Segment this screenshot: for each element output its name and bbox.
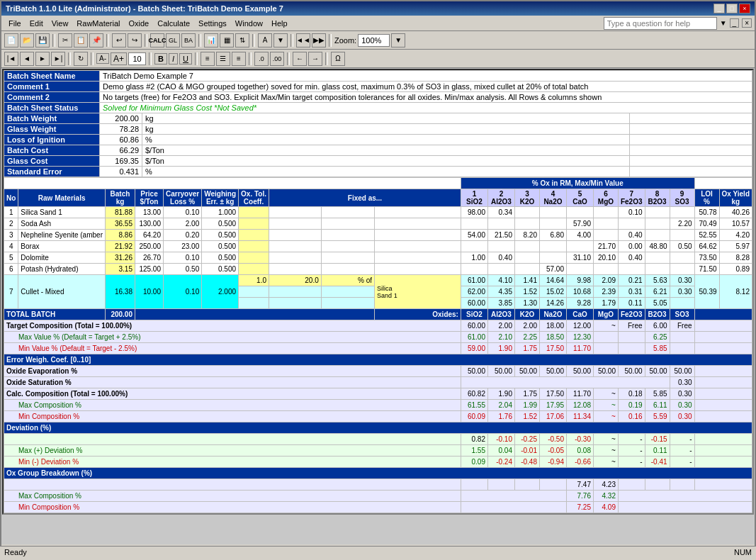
tmin-al2o3: 1.90 <box>487 343 514 354</box>
calc-min-label: Min Composition % <box>4 411 461 422</box>
refresh-button[interactable]: ↻ <box>74 52 88 66</box>
row2-oxtol <box>239 218 269 230</box>
align-left[interactable]: ≡ <box>201 52 215 66</box>
paste-button[interactable]: 📌 <box>89 33 103 47</box>
zoom-input[interactable]: 100% <box>358 34 390 47</box>
row2-ox1 <box>461 218 487 230</box>
row5-qty <box>269 252 321 264</box>
ogmin-empty <box>618 502 752 513</box>
cmin-fe2o3: 0.16 <box>618 411 645 422</box>
cc-b2o3: 5.85 <box>645 388 670 400</box>
menu-settings[interactable]: Settings <box>194 18 231 29</box>
tm-na2o: 18.50 <box>539 332 566 343</box>
menu-edit[interactable]: Edit <box>26 18 47 29</box>
help-search-input[interactable] <box>604 17 717 30</box>
glass-button[interactable]: GL <box>166 33 180 47</box>
table-button[interactable]: ▦ <box>220 33 234 47</box>
rm-row-6: 6 Potash (Hydrated) 3.15 125.00 0.50 0.5… <box>4 264 752 275</box>
row7b-ox7: 0.31 <box>618 286 645 298</box>
cmin-cao: 11.34 <box>566 411 593 422</box>
row2-batch: 36.55 <box>105 218 135 230</box>
rm-row-1: 1 Silica Sand 1 81.88 13.00 0.10 1.000 9… <box>4 207 752 218</box>
row2-name: Soda Ash <box>18 218 106 230</box>
undo-button[interactable]: ↩ <box>112 33 126 47</box>
font-size-inc[interactable]: A+ <box>111 52 127 65</box>
calc-max-label: Max Composition % <box>4 400 461 411</box>
nav-prev[interactable]: ◄ <box>20 52 34 66</box>
format3[interactable]: .00 <box>270 52 284 66</box>
new-button[interactable]: 📄 <box>4 33 18 47</box>
scrollable-area[interactable]: Batch Sheet Name TriBatch Demo Example 7… <box>1 68 755 544</box>
sort-button[interactable]: ⇅ <box>235 33 249 47</box>
close-button[interactable]: × <box>739 4 750 13</box>
underline-button[interactable]: U <box>179 53 192 65</box>
menu-oxide[interactable]: Oxide <box>125 18 154 29</box>
col-left-button[interactable]: ◄◄ <box>296 33 310 47</box>
tm-so3 <box>670 332 694 343</box>
row6-no: 6 <box>4 264 18 275</box>
help-dropdown-icon[interactable]: ▼ <box>720 19 727 27</box>
row7-pctof: SilicaSand 1 <box>375 275 461 309</box>
dm-na2o: -0.05 <box>539 445 566 457</box>
row3-ox7: 0.40 <box>618 230 645 241</box>
format-button[interactable]: A <box>258 33 272 47</box>
nav-first[interactable]: |◄ <box>4 52 18 66</box>
symbol-btn[interactable]: Ω <box>331 52 345 66</box>
rm-row-4: 4 Borax 21.92 250.00 23.00 0.500 21.70 <box>4 241 752 252</box>
row6-carryover: 0.50 <box>163 264 201 275</box>
cut-button[interactable]: ✂ <box>58 33 72 47</box>
chart-button[interactable]: 📊 <box>204 33 218 47</box>
tc-b2o3: 6.00 <box>645 320 670 332</box>
row2-ox8 <box>645 218 670 230</box>
font-size-dec[interactable]: A- <box>96 53 109 64</box>
row3-price: 64.20 <box>135 230 163 241</box>
menu-window[interactable]: Window <box>231 18 267 29</box>
filter-button[interactable]: ▼ <box>273 33 288 47</box>
nav-last[interactable]: ►| <box>51 52 65 66</box>
sep6 <box>290 34 293 47</box>
cmin-sio2: 60.09 <box>461 411 487 422</box>
font-size-input[interactable] <box>128 52 146 65</box>
col-ox1-hdr: 1SiO2 <box>461 189 487 207</box>
row3-ox1: 54.00 <box>461 230 487 241</box>
dm-empty <box>694 445 752 457</box>
maximize-button[interactable]: □ <box>726 4 738 13</box>
dev-na2o: -0.50 <box>539 434 566 445</box>
save-button[interactable]: 💾 <box>35 33 50 47</box>
copy-button[interactable]: 📋 <box>74 33 88 47</box>
batch-button[interactable]: BA <box>181 33 196 47</box>
redo-button[interactable]: ↪ <box>128 33 142 47</box>
italic-button[interactable]: I <box>169 53 178 65</box>
menu-calculate[interactable]: Calculate <box>153 18 194 29</box>
oe-mgo: 50.00 <box>593 366 618 377</box>
minimize-button[interactable]: _ <box>713 4 725 13</box>
row2-price: 130.00 <box>135 218 163 230</box>
tmin-empty <box>694 343 752 354</box>
zoom-dropdown[interactable]: ▼ <box>391 33 405 47</box>
format2[interactable]: .0 <box>254 52 269 66</box>
std-error-value: 0.431 <box>100 167 142 177</box>
align-center[interactable]: ☰ <box>216 52 230 66</box>
menu-view[interactable]: View <box>47 18 73 29</box>
calc-button[interactable]: CALC <box>150 33 164 47</box>
rm-row-5: 5 Dolomite 31.26 26.70 0.10 0.500 1.00 0… <box>4 252 752 264</box>
open-button[interactable]: 📂 <box>20 33 34 47</box>
indent-left[interactable]: ← <box>293 52 307 66</box>
menu-rawmaterial[interactable]: RawMaterial <box>72 18 124 29</box>
menu-file[interactable]: File <box>4 18 26 29</box>
col-right-button[interactable]: ▶▶ <box>312 33 326 47</box>
help-minimize-icon[interactable]: _ <box>730 18 740 28</box>
nav-next[interactable]: ► <box>35 52 50 66</box>
align-right[interactable]: ≡ <box>232 52 246 66</box>
dmin-b2o3: -0.41 <box>645 457 670 468</box>
help-close-icon[interactable]: × <box>742 18 752 28</box>
dmin-na2o: -0.94 <box>539 457 566 468</box>
bold-button[interactable]: B <box>154 53 167 65</box>
og-min-row: Min Composition % 7.25 4.09 <box>4 502 752 513</box>
indent-right[interactable]: → <box>308 52 322 66</box>
tmin-cao: 11.70 <box>566 343 593 354</box>
row2-unit <box>321 218 374 230</box>
cc-empty <box>694 388 752 400</box>
row3-weighing: 0.500 <box>202 230 239 241</box>
menu-help[interactable]: Help <box>267 18 292 29</box>
